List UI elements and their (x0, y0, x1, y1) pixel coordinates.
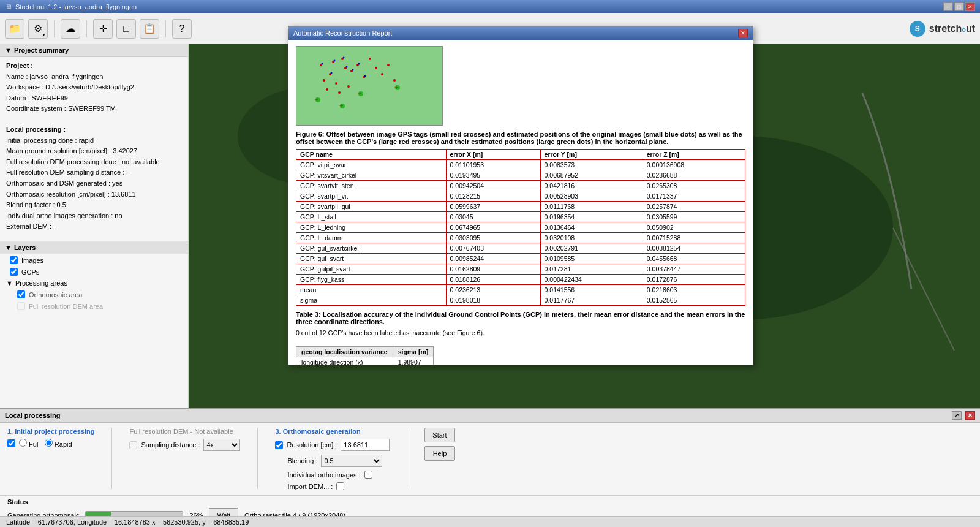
full-res-done: Full resolution DEM processing done : no… (6, 157, 182, 168)
gcp-cell: 0.00528903 (540, 191, 643, 202)
svg-point-23 (338, 91, 341, 94)
images-checkbox[interactable] (10, 256, 18, 264)
clipboard-button[interactable]: 📋 (140, 19, 159, 39)
help-button[interactable]: Help (424, 446, 454, 461)
modal-close-button[interactable]: ✕ (738, 29, 748, 37)
cloud-button[interactable]: ☁ (61, 19, 80, 39)
bottom-panel-content: 1. Initial project processing Full Rapid (0, 423, 980, 495)
name-label: Name : (6, 73, 28, 80)
gcps-checkbox[interactable] (10, 268, 18, 276)
svg-point-22 (326, 88, 328, 91)
full-res-sampling: Full resolution DEM sampling distance : … (6, 167, 182, 178)
full-radio[interactable] (19, 439, 27, 447)
processing-areas-header: ▼ Processing areas (0, 278, 188, 289)
step1-checkbox[interactable] (7, 439, 15, 447)
gcp-cell: 0.0136464 (540, 222, 643, 233)
gcp-cell: 0.0599637 (446, 202, 540, 212)
rectangle-button[interactable]: □ (116, 19, 136, 39)
svg-point-19 (381, 73, 383, 75)
gcp-cell: 0.00767403 (446, 243, 540, 254)
gcp-cell: 0.0111768 (540, 202, 643, 212)
var-col2: sigma [m] (393, 347, 434, 357)
gcp-row: GCP: svartpil_gul0.05996370.01117680.025… (296, 202, 745, 212)
step2-checkbox[interactable] (129, 441, 137, 449)
var-row: longitude direction (x)1.98907 (296, 357, 434, 365)
figure6-caption: Figure 6: Offset between image GPS tags … (296, 131, 745, 145)
blending-label: Blending : (287, 457, 317, 464)
svg-point-39 (395, 85, 400, 90)
step2-title: Full resolution DEM - Not available (129, 428, 240, 435)
processing-steps: 1. Initial project processing Full Rapid (7, 428, 973, 490)
panel-float-button[interactable]: ↗ (952, 411, 962, 420)
name-value: jarvso_andra_flygningen (30, 73, 104, 80)
logo-text: stretchout (929, 23, 975, 34)
minimize-button[interactable]: ─ (943, 2, 953, 11)
open-button[interactable]: 📁 (5, 19, 24, 39)
local-proc-label: Local processing : (6, 126, 66, 133)
layers-header[interactable]: ▼ Layers (0, 241, 188, 254)
gcp-row: GCP: flyg_kass0.01881260.0004224340.0172… (296, 275, 745, 285)
gcp-cell: 0.0152565 (643, 295, 745, 306)
svg-point-17 (369, 58, 371, 60)
settings-button[interactable]: ⚙▼ (28, 19, 48, 39)
gcp-cell: 0.01101953 (446, 160, 540, 170)
blending-select[interactable]: 0.5 0 1 (321, 455, 382, 467)
gcp-cell: 0.0117767 (540, 295, 643, 306)
step-divider2 (257, 428, 258, 489)
step3-blending-row: Blending : 0.5 0 1 (275, 455, 390, 467)
gcp-cell: 0.0188126 (446, 275, 540, 285)
maximize-button[interactable]: □ (954, 2, 964, 11)
svg-point-25 (322, 63, 323, 65)
individual-checkbox[interactable] (364, 471, 372, 479)
rapid-radio[interactable] (45, 439, 53, 447)
gcp-table: GCP name error X [m] error Y [m] error Z… (296, 149, 745, 306)
panel-close-button[interactable]: ✕ (965, 411, 975, 420)
var-cell: 1.98907 (393, 357, 434, 365)
proc-areas-label: Processing areas (15, 279, 67, 287)
gcp-row: GCP: gul_svart0.009852440.01095850.04556… (296, 254, 745, 264)
gcp-row: GCP: svartpil_vit0.01282150.005289030.01… (296, 191, 745, 202)
blending-factor: Blending factor : 0.5 (6, 200, 182, 211)
gcp-cell: 0.0320108 (540, 233, 643, 243)
dem-area-label: Full resolution DEM area (29, 303, 103, 310)
step1-section: 1. Initial project processing Full Rapid (7, 428, 94, 448)
res-input[interactable] (341, 439, 390, 451)
sampling-label: Sampling distance : (141, 441, 200, 449)
svg-point-15 (323, 79, 325, 82)
project-summary-header[interactable]: ▼ Project summary (0, 44, 188, 57)
ortho-area-label: Orthomosaic area (29, 291, 82, 298)
separator3 (165, 20, 166, 37)
gcp-cell: 0.0196354 (540, 212, 643, 222)
gcp-cell: 0.0172876 (643, 275, 745, 285)
gcp-cell: 0.0198018 (446, 295, 540, 306)
gcp-cell: 0.0141556 (540, 285, 643, 295)
gcp-cell: GCP: gulpil_svart (296, 264, 447, 275)
step3-dem-row: Import DEM... : (275, 482, 390, 490)
images-label: Images (21, 257, 43, 264)
bottom-panel-controls: ↗ ✕ (952, 411, 975, 420)
step1-radio-group: Full Rapid (19, 439, 72, 448)
svg-point-28 (331, 72, 333, 74)
step1-checkbox-row: Full Rapid (7, 439, 94, 448)
svg-point-20 (387, 64, 390, 66)
help-toolbar-button[interactable]: ? (172, 19, 192, 39)
col-error-y: error Y [m] (540, 150, 643, 160)
crosshair-button[interactable]: ✛ (93, 19, 113, 39)
gcp-cell: 0.000136908 (643, 160, 745, 170)
start-button[interactable]: Start (424, 428, 454, 442)
import-dem-checkbox[interactable] (336, 482, 344, 490)
ortho-area-checkbox[interactable] (17, 290, 25, 298)
ortho-dsm: Orthomosaic and DSM generated : yes (6, 178, 182, 189)
close-button[interactable]: ✕ (965, 2, 975, 11)
dem-area-checkbox[interactable] (17, 302, 25, 310)
col-gcp-name: GCP name (296, 150, 447, 160)
gcp-cell: 0.0305599 (643, 212, 745, 222)
variance-table: geotag localisation variance sigma [m] l… (296, 346, 434, 365)
modal-content[interactable]: + + + + Figure 6: Offset between image G… (288, 40, 753, 365)
step3-title: 3. Orthomosaic generation (275, 428, 390, 435)
ortho-area-item: Orthomosaic area (0, 289, 188, 300)
datum-label: Datum : (6, 94, 30, 102)
step3-checkbox[interactable] (275, 441, 283, 449)
sampling-select[interactable]: 4x 2x 1x (203, 439, 240, 451)
modal-title: Automatic Reconstruction Report (293, 29, 392, 37)
